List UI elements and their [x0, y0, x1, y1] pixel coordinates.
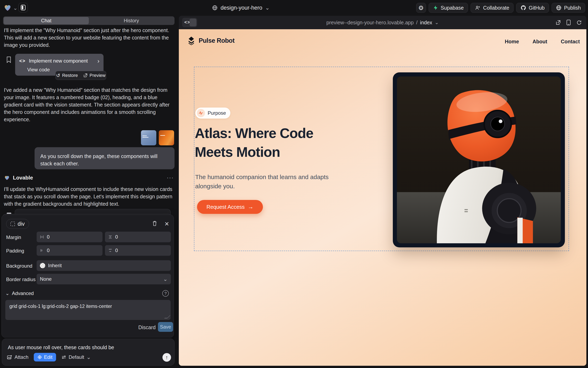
globe-icon — [212, 5, 218, 11]
project-switcher[interactable]: design-your-hero ⌄ — [212, 4, 270, 12]
settings-button[interactable]: ⚙ — [416, 3, 426, 13]
margin-x-input[interactable] — [47, 234, 99, 240]
attachment-thumbnail-blue[interactable] — [141, 130, 156, 145]
supabase-icon — [433, 5, 438, 10]
preview-button[interactable]: Preview — [83, 73, 105, 78]
chevron-down-icon: ⌄ — [265, 5, 270, 10]
margin-y-field[interactable] — [105, 232, 171, 242]
nav-about[interactable]: About — [532, 39, 547, 45]
element-tag: div — [18, 221, 25, 227]
top-bar: ⌄ design-your-hero ⌄ ⚙ — [0, 0, 588, 16]
toggle-knob — [190, 18, 196, 26]
hero-robot-card — [393, 72, 565, 247]
code-view-toggle[interactable]: <> — [182, 18, 197, 27]
tab-history[interactable]: History — [89, 17, 174, 24]
site-nav: Home About Contact — [505, 39, 580, 45]
tailwind-classes-textarea[interactable]: grid grid-cols-1 lg:grid-cols-2 gap-12 i… — [5, 300, 171, 320]
tool-card-title: Implement new component — [29, 58, 88, 64]
advanced-label: Advanced — [12, 291, 34, 296]
user-message-bubble: As you scroll down the page, these compo… — [35, 147, 174, 169]
margin-x-field[interactable] — [37, 232, 103, 242]
refresh-icon[interactable] — [576, 20, 582, 25]
publish-globe-icon — [556, 5, 562, 11]
restore-preview-toolbar: ↺ Restore Preview — [56, 71, 106, 80]
padding-label: Padding — [6, 248, 24, 254]
nav-home[interactable]: Home — [505, 39, 519, 45]
close-inspector-button[interactable]: ✕ — [164, 221, 169, 227]
padding-x-input[interactable] — [47, 248, 99, 253]
chevron-down-icon: ⌄ — [435, 20, 439, 25]
padding-x-field[interactable] — [37, 245, 103, 256]
restore-button[interactable]: ↺ Restore — [56, 73, 78, 78]
chat-history-tabs: Chat History — [3, 16, 174, 25]
headline-line-1: Atlas: Where Code — [195, 124, 313, 142]
delete-element-button[interactable] — [152, 221, 157, 226]
supabase-button[interactable]: Supabase — [429, 3, 468, 13]
assistant-message-1: I'll implement the "Why Humanoid" sectio… — [4, 27, 173, 49]
selected-element-pill[interactable]: div — [6, 219, 29, 229]
site-logo[interactable]: Pulse Robot — [187, 36, 235, 45]
advanced-section-toggle[interactable]: ⌄ Advanced — [5, 291, 34, 296]
publish-label: Publish — [564, 5, 581, 11]
collaborate-label: Collaborate — [483, 5, 509, 11]
external-link-icon — [83, 73, 87, 78]
padding-y-input[interactable] — [115, 248, 168, 253]
mobile-view-icon[interactable] — [566, 20, 571, 25]
assistant-message-2: I've added a new "Why Humanoid" section … — [4, 86, 173, 123]
workspace-caret-icon[interactable]: ⌄ — [13, 5, 18, 11]
border-radius-select[interactable]: None ⌄ — [37, 274, 171, 284]
background-value: Inherit — [48, 263, 62, 268]
padding-y-field[interactable] — [105, 245, 171, 256]
message-menu-icon[interactable]: ··· — [167, 175, 174, 181]
robot-image — [397, 76, 561, 243]
attach-image-icon — [7, 355, 12, 360]
element-outline-icon — [10, 222, 15, 226]
restore-icon: ↺ — [56, 73, 60, 78]
open-in-new-tab-icon[interactable] — [555, 20, 561, 25]
edit-label: Edit — [44, 354, 52, 360]
tab-chat[interactable]: Chat — [4, 17, 89, 24]
margin-y-input[interactable] — [115, 234, 168, 240]
purpose-badge: Purpose — [195, 108, 230, 119]
target-icon — [38, 355, 42, 359]
bookmark-icon[interactable] — [6, 56, 11, 63]
transparency-swatch-icon — [40, 263, 45, 268]
lovable-logo-icon[interactable] — [3, 3, 12, 12]
attach-button[interactable]: Attach — [7, 354, 28, 360]
edit-mode-button[interactable]: Edit — [34, 353, 56, 361]
send-button[interactable]: ↑ — [162, 353, 171, 362]
help-icon[interactable]: ? — [162, 290, 169, 297]
headline-line-2: Meets Motion — [195, 142, 313, 161]
hero-headline: Atlas: Where Code Meets Motion — [195, 124, 313, 161]
discard-button[interactable]: Discard — [138, 324, 156, 330]
assistant-header: Lovable ··· — [4, 174, 174, 181]
nav-contact[interactable]: Contact — [561, 39, 580, 45]
lovable-app-window: ⌄ design-your-hero ⌄ ⚙ — [0, 0, 588, 368]
arrow-up-icon: ↑ — [166, 354, 168, 361]
background-label: Background — [6, 263, 32, 269]
preview-page: index — [420, 20, 432, 26]
preview-pane: preview--design-your-hero.lovable.app / … — [179, 16, 586, 366]
supabase-label: Supabase — [441, 5, 464, 11]
preview-header: preview--design-your-hero.lovable.app / … — [179, 16, 586, 29]
preview-url[interactable]: preview--design-your-hero.lovable.app / … — [179, 16, 586, 29]
chat-input[interactable]: As user mouse roll over, these cards sho… — [8, 344, 167, 350]
save-button[interactable]: Save — [158, 322, 173, 332]
code-icon: <> — [19, 58, 26, 64]
request-access-button[interactable]: Request Access → — [197, 200, 263, 214]
collaborate-button[interactable]: Collaborate — [471, 3, 513, 13]
background-field[interactable]: Inherit — [37, 260, 171, 271]
padding-vertical-icon — [108, 248, 112, 252]
publish-button[interactable]: Publish — [551, 3, 585, 13]
cta-label: Request Access — [207, 204, 245, 210]
composer-toolbar: Attach Edit Default ⌄ — [7, 353, 91, 362]
site-brand: Pulse Robot — [199, 37, 235, 44]
margin-horizontal-icon — [40, 235, 44, 239]
chevron-right-icon: › — [97, 57, 99, 64]
github-button[interactable]: GitHub — [516, 3, 549, 13]
attachment-thumbnail-orange[interactable] — [159, 130, 174, 145]
url-separator: / — [416, 20, 417, 26]
margin-label: Margin — [6, 234, 21, 240]
model-mode-select[interactable]: Default ⌄ — [61, 354, 91, 360]
sidebar-toggle-button[interactable] — [19, 3, 28, 12]
